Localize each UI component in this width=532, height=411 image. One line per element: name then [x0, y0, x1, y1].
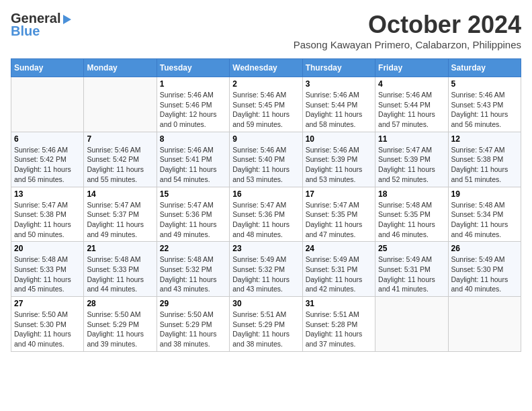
day-number: 9 [232, 134, 299, 144]
day-info: Sunrise: 5:49 AMSunset: 5:31 PMDaylight:… [306, 255, 372, 294]
day-info: Sunrise: 5:46 AMSunset: 5:42 PMDaylight:… [87, 145, 153, 185]
day-number: 13 [14, 189, 81, 199]
calendar-week-3: 13Sunrise: 5:47 AMSunset: 5:38 PMDayligh… [11, 187, 521, 242]
day-info: Sunrise: 5:48 AMSunset: 5:35 PMDaylight:… [378, 200, 445, 240]
day-number: 24 [306, 244, 372, 253]
day-info: Sunrise: 5:46 AMSunset: 5:43 PMDaylight:… [451, 90, 518, 130]
calendar-cell: 11Sunrise: 5:47 AMSunset: 5:39 PMDayligh… [375, 132, 448, 187]
day-info: Sunrise: 5:46 AMSunset: 5:39 PMDaylight:… [306, 145, 372, 185]
day-number: 17 [306, 189, 372, 199]
calendar-cell: 20Sunrise: 5:48 AMSunset: 5:33 PMDayligh… [11, 242, 84, 297]
day-info: Sunrise: 5:49 AMSunset: 5:32 PMDaylight:… [232, 255, 299, 294]
day-number: 25 [378, 244, 445, 253]
day-number: 29 [160, 299, 226, 308]
calendar-week-4: 20Sunrise: 5:48 AMSunset: 5:33 PMDayligh… [11, 242, 521, 297]
calendar-cell: 9Sunrise: 5:46 AMSunset: 5:40 PMDaylight… [230, 132, 302, 187]
day-info: Sunrise: 5:47 AMSunset: 5:37 PMDaylight:… [87, 200, 153, 240]
calendar-cell: 28Sunrise: 5:50 AMSunset: 5:29 PMDayligh… [84, 297, 157, 352]
day-info: Sunrise: 5:46 AMSunset: 5:45 PMDaylight:… [232, 90, 299, 130]
calendar-cell: 1Sunrise: 5:46 AMSunset: 5:46 PMDaylight… [157, 77, 229, 132]
calendar-cell: 24Sunrise: 5:49 AMSunset: 5:31 PMDayligh… [302, 242, 375, 297]
calendar-table: SundayMondayTuesdayWednesdayThursdayFrid… [11, 58, 521, 352]
day-number: 28 [87, 299, 153, 308]
day-number: 2 [232, 79, 299, 89]
day-number: 5 [451, 79, 518, 89]
day-info: Sunrise: 5:51 AMSunset: 5:28 PMDaylight:… [306, 310, 372, 349]
day-info: Sunrise: 5:49 AMSunset: 5:31 PMDaylight:… [378, 255, 445, 294]
day-number: 22 [160, 244, 226, 253]
calendar-cell: 26Sunrise: 5:49 AMSunset: 5:30 PMDayligh… [448, 242, 521, 297]
day-info: Sunrise: 5:46 AMSunset: 5:46 PMDaylight:… [160, 90, 226, 130]
day-info: Sunrise: 5:46 AMSunset: 5:44 PMDaylight:… [378, 90, 445, 130]
day-number: 10 [306, 134, 372, 144]
calendar-week-2: 6Sunrise: 5:46 AMSunset: 5:42 PMDaylight… [11, 132, 521, 187]
day-info: Sunrise: 5:46 AMSunset: 5:41 PMDaylight:… [160, 145, 226, 185]
calendar-cell: 25Sunrise: 5:49 AMSunset: 5:31 PMDayligh… [375, 242, 448, 297]
day-info: Sunrise: 5:46 AMSunset: 5:42 PMDaylight:… [14, 145, 81, 185]
column-header-monday: Monday [84, 59, 157, 77]
calendar-cell: 21Sunrise: 5:48 AMSunset: 5:33 PMDayligh… [84, 242, 157, 297]
day-info: Sunrise: 5:47 AMSunset: 5:35 PMDaylight:… [306, 200, 372, 240]
day-number: 4 [378, 79, 445, 89]
day-info: Sunrise: 5:47 AMSunset: 5:36 PMDaylight:… [160, 200, 226, 240]
day-number: 3 [306, 79, 372, 89]
calendar-cell [375, 297, 448, 352]
day-number: 19 [451, 189, 518, 199]
calendar-cell: 14Sunrise: 5:47 AMSunset: 5:37 PMDayligh… [84, 187, 157, 242]
calendar-cell [448, 297, 521, 352]
calendar-cell: 19Sunrise: 5:48 AMSunset: 5:34 PMDayligh… [448, 187, 521, 242]
day-info: Sunrise: 5:47 AMSunset: 5:36 PMDaylight:… [232, 200, 299, 240]
day-number: 27 [14, 299, 81, 308]
day-number: 15 [160, 189, 226, 199]
day-number: 16 [232, 189, 299, 199]
calendar-body: 1Sunrise: 5:46 AMSunset: 5:46 PMDaylight… [11, 77, 521, 352]
day-info: Sunrise: 5:47 AMSunset: 5:39 PMDaylight:… [378, 145, 445, 185]
logo: General Blue [11, 11, 71, 39]
day-number: 8 [160, 134, 226, 144]
calendar-cell: 17Sunrise: 5:47 AMSunset: 5:35 PMDayligh… [302, 187, 375, 242]
day-number: 18 [378, 189, 445, 199]
column-header-sunday: Sunday [11, 59, 84, 77]
day-info: Sunrise: 5:50 AMSunset: 5:29 PMDaylight:… [87, 310, 153, 349]
day-number: 14 [87, 189, 153, 199]
day-number: 20 [14, 244, 81, 253]
calendar-cell: 18Sunrise: 5:48 AMSunset: 5:35 PMDayligh… [375, 187, 448, 242]
day-info: Sunrise: 5:50 AMSunset: 5:30 PMDaylight:… [14, 310, 81, 349]
calendar-cell: 31Sunrise: 5:51 AMSunset: 5:28 PMDayligh… [302, 297, 375, 352]
day-info: Sunrise: 5:47 AMSunset: 5:38 PMDaylight:… [14, 200, 81, 240]
column-header-thursday: Thursday [302, 59, 375, 77]
day-number: 23 [232, 244, 299, 253]
location-title: Pasong Kawayan Primero, Calabarzon, Phil… [294, 39, 521, 50]
calendar-cell: 5Sunrise: 5:46 AMSunset: 5:43 PMDaylight… [448, 77, 521, 132]
calendar-cell: 7Sunrise: 5:46 AMSunset: 5:42 PMDaylight… [84, 132, 157, 187]
calendar-cell: 22Sunrise: 5:48 AMSunset: 5:32 PMDayligh… [157, 242, 229, 297]
calendar-cell: 27Sunrise: 5:50 AMSunset: 5:30 PMDayligh… [11, 297, 84, 352]
column-header-friday: Friday [375, 59, 448, 77]
calendar-week-5: 27Sunrise: 5:50 AMSunset: 5:30 PMDayligh… [11, 297, 521, 352]
calendar-cell: 2Sunrise: 5:46 AMSunset: 5:45 PMDaylight… [230, 77, 302, 132]
page-header: General Blue October 2024 Pasong Kawayan… [11, 11, 521, 56]
calendar-cell: 4Sunrise: 5:46 AMSunset: 5:44 PMDaylight… [375, 77, 448, 132]
day-info: Sunrise: 5:46 AMSunset: 5:44 PMDaylight:… [306, 90, 372, 130]
day-info: Sunrise: 5:48 AMSunset: 5:32 PMDaylight:… [160, 255, 226, 294]
calendar-cell: 12Sunrise: 5:47 AMSunset: 5:38 PMDayligh… [448, 132, 521, 187]
column-header-saturday: Saturday [448, 59, 521, 77]
day-number: 11 [378, 134, 445, 144]
day-number: 30 [232, 299, 299, 308]
logo-triangle-icon [63, 15, 71, 24]
day-number: 26 [451, 244, 518, 253]
day-info: Sunrise: 5:49 AMSunset: 5:30 PMDaylight:… [451, 255, 518, 294]
day-info: Sunrise: 5:50 AMSunset: 5:29 PMDaylight:… [160, 310, 226, 349]
calendar-cell: 30Sunrise: 5:51 AMSunset: 5:29 PMDayligh… [230, 297, 302, 352]
logo-blue: Blue [11, 24, 40, 39]
day-number: 1 [160, 79, 226, 89]
calendar-cell [84, 77, 157, 132]
column-header-wednesday: Wednesday [230, 59, 302, 77]
calendar-cell: 10Sunrise: 5:46 AMSunset: 5:39 PMDayligh… [302, 132, 375, 187]
calendar-cell: 15Sunrise: 5:47 AMSunset: 5:36 PMDayligh… [157, 187, 229, 242]
day-info: Sunrise: 5:46 AMSunset: 5:40 PMDaylight:… [232, 145, 299, 185]
day-info: Sunrise: 5:48 AMSunset: 5:33 PMDaylight:… [87, 255, 153, 294]
month-title: October 2024 [294, 11, 521, 39]
day-info: Sunrise: 5:48 AMSunset: 5:34 PMDaylight:… [451, 200, 518, 240]
day-info: Sunrise: 5:51 AMSunset: 5:29 PMDaylight:… [232, 310, 299, 349]
